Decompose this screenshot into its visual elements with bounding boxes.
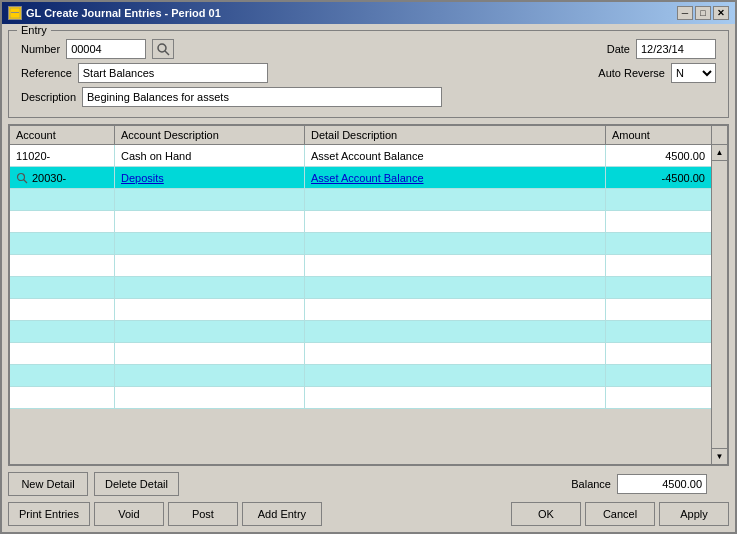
scroll-up-button[interactable]: ▲	[712, 145, 727, 161]
table-row	[10, 321, 711, 343]
col-account: Account	[10, 126, 115, 144]
maximize-button[interactable]: □	[695, 6, 711, 20]
table-container: Account Account Description Detail Descr…	[8, 124, 729, 466]
close-button[interactable]: ✕	[713, 6, 729, 20]
table-row[interactable]: 20030- Deposits Asset Account Balance -4…	[10, 167, 711, 189]
cancel-button[interactable]: Cancel	[585, 502, 655, 526]
bottom-section: New Detail Delete Detail Balance Print E…	[8, 472, 729, 526]
window-title: GL Create Journal Entries - Period 01	[26, 7, 221, 19]
apply-button[interactable]: Apply	[659, 502, 729, 526]
form-row-3: Description	[21, 87, 716, 107]
table-row	[10, 233, 711, 255]
form-row-2: Reference Auto Reverse N Y	[21, 63, 716, 83]
cell-account-desc: Deposits	[115, 167, 305, 188]
table-row[interactable]: 11020- Cash on Hand Asset Account Balanc…	[10, 145, 711, 167]
window-icon	[8, 6, 22, 20]
date-input[interactable]	[636, 39, 716, 59]
cell-amount: 4500.00	[606, 145, 711, 166]
col-account-desc: Account Description	[115, 126, 305, 144]
form-row-1: Number Date	[21, 39, 716, 59]
cell-account-desc: Cash on Hand	[115, 145, 305, 166]
action-buttons-row: Print Entries Void Post Add Entry OK Can…	[8, 502, 729, 526]
table-row	[10, 299, 711, 321]
cell-detail-desc: Asset Account Balance	[305, 167, 606, 188]
table-scrollbar[interactable]: ▲ ▼	[711, 145, 727, 464]
post-button[interactable]: Post	[168, 502, 238, 526]
cell-detail-desc: Asset Account Balance	[305, 145, 606, 166]
delete-detail-button[interactable]: Delete Detail	[94, 472, 179, 496]
window-content: Entry Number Date Reference	[2, 24, 735, 532]
col-detail-desc: Detail Description	[305, 126, 606, 144]
description-label: Description	[21, 91, 76, 103]
title-bar-controls: ─ □ ✕	[677, 6, 729, 20]
title-bar: GL Create Journal Entries - Period 01 ─ …	[2, 2, 735, 24]
table-row	[10, 365, 711, 387]
main-window: GL Create Journal Entries - Period 01 ─ …	[0, 0, 737, 534]
svg-rect-1	[11, 12, 19, 13]
detail-buttons: New Detail Delete Detail	[8, 472, 179, 496]
cell-account: 11020-	[10, 145, 115, 166]
entry-group: Entry Number Date Reference	[8, 30, 729, 118]
ok-button[interactable]: OK	[511, 502, 581, 526]
reference-label: Reference	[21, 67, 72, 79]
entry-group-label: Entry	[17, 24, 51, 36]
reference-input[interactable]	[78, 63, 268, 83]
cell-account: 20030-	[10, 167, 115, 188]
search-icon	[156, 42, 170, 56]
cell-amount: -4500.00	[606, 167, 711, 188]
balance-label: Balance	[571, 478, 611, 490]
table-row	[10, 277, 711, 299]
balance-row: Balance	[571, 474, 707, 494]
number-label: Number	[21, 43, 60, 55]
scroll-down-button[interactable]: ▼	[712, 448, 727, 464]
minimize-button[interactable]: ─	[677, 6, 693, 20]
title-bar-left: GL Create Journal Entries - Period 01	[8, 6, 221, 20]
table-row	[10, 387, 711, 409]
table-row	[10, 255, 711, 277]
detail-balance-row: New Detail Delete Detail Balance	[8, 472, 729, 496]
row-search-icon	[16, 172, 28, 184]
new-detail-button[interactable]: New Detail	[8, 472, 88, 496]
number-search-button[interactable]	[152, 39, 174, 59]
void-button[interactable]: Void	[94, 502, 164, 526]
svg-point-4	[18, 173, 25, 180]
print-entries-button[interactable]: Print Entries	[8, 502, 90, 526]
table-body: 11020- Cash on Hand Asset Account Balanc…	[10, 145, 711, 464]
number-input[interactable]	[66, 39, 146, 59]
scroll-track	[712, 161, 727, 448]
col-amount: Amount	[606, 126, 711, 144]
svg-line-5	[24, 179, 28, 183]
description-input[interactable]	[82, 87, 442, 107]
date-label: Date	[607, 43, 630, 55]
table-row	[10, 189, 711, 211]
table-row	[10, 343, 711, 365]
auto-reverse-select[interactable]: N Y	[671, 63, 716, 83]
auto-reverse-label: Auto Reverse	[598, 67, 665, 79]
table-header: Account Account Description Detail Descr…	[10, 126, 727, 145]
svg-line-3	[165, 51, 169, 55]
add-entry-button[interactable]: Add Entry	[242, 502, 322, 526]
svg-point-2	[158, 44, 166, 52]
balance-value	[617, 474, 707, 494]
table-row	[10, 211, 711, 233]
